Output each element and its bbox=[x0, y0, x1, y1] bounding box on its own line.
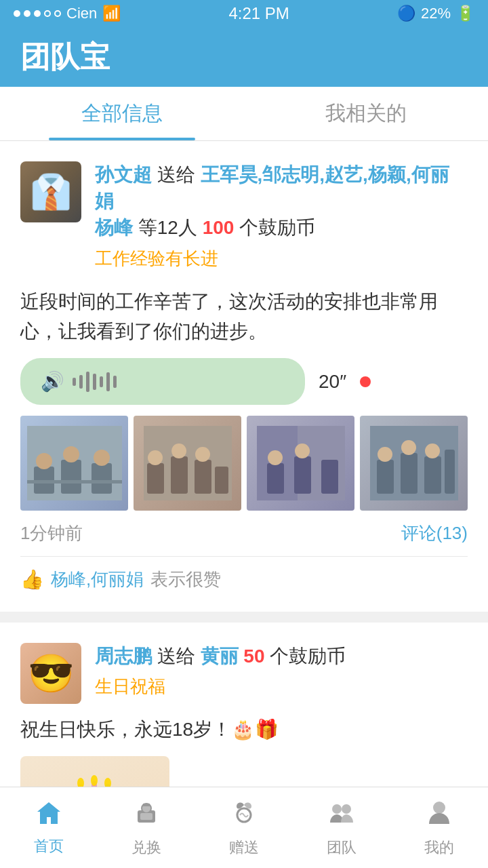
svg-point-28 bbox=[378, 447, 392, 462]
home-icon bbox=[35, 800, 63, 832]
content-area: 孙文超 送给 王军昊,邹志明,赵艺,杨颖,何丽娟 杨峰 等12人 100 个鼓励… bbox=[0, 141, 488, 868]
dot1 bbox=[14, 10, 20, 17]
svg-rect-27 bbox=[445, 450, 455, 494]
tab-all[interactable]: 全部信息 bbox=[0, 87, 244, 140]
svg-rect-53 bbox=[143, 804, 150, 806]
svg-point-13 bbox=[148, 450, 163, 465]
post-category-1: 工作经验有长进 bbox=[95, 247, 468, 271]
status-left: Cien 📶 bbox=[14, 5, 121, 22]
bluetooth-icon: 🔵 bbox=[397, 5, 415, 22]
likes-names-1[interactable]: 杨峰,何丽娟 bbox=[51, 568, 144, 591]
svg-rect-25 bbox=[401, 453, 418, 494]
meeting-img-2[interactable] bbox=[134, 416, 241, 511]
wave1 bbox=[73, 378, 76, 386]
dot5 bbox=[54, 10, 61, 17]
post-header-text-1: 孙文超 送给 王军昊,邹志明,赵艺,杨颖,何丽娟 杨峰 等12人 100 个鼓励… bbox=[95, 161, 468, 276]
svg-point-57 bbox=[342, 804, 351, 814]
count-text-1: 等12人 bbox=[138, 217, 203, 238]
svg-point-29 bbox=[401, 440, 416, 455]
recipient-2[interactable]: 黄丽 bbox=[201, 646, 239, 667]
post-likes-1: 👍 杨峰,何丽娟 表示很赞 bbox=[20, 568, 468, 591]
post-category-2: 生日祝福 bbox=[95, 675, 468, 698]
team-icon bbox=[327, 798, 356, 833]
post-sender-line-2: 周志鹏 送给 黄丽 50 个鼓励币 bbox=[95, 643, 468, 669]
wave7 bbox=[113, 376, 117, 388]
avatar-1[interactable] bbox=[20, 161, 81, 222]
coins-unit-1: 个鼓励币 bbox=[239, 217, 315, 238]
svg-rect-20 bbox=[321, 460, 338, 494]
coins-2: 50 bbox=[243, 646, 264, 667]
nav-give-label: 赠送 bbox=[229, 837, 259, 858]
svg-point-22 bbox=[295, 443, 310, 458]
voice-row-1: 🔊 20″ bbox=[20, 358, 468, 405]
meeting-img-3[interactable] bbox=[247, 416, 354, 511]
svg-point-30 bbox=[425, 443, 440, 458]
svg-rect-19 bbox=[294, 456, 311, 494]
svg-rect-54 bbox=[140, 813, 152, 820]
divider-1 bbox=[20, 556, 468, 557]
voice-bar-1[interactable]: 🔊 bbox=[20, 358, 305, 405]
post-body-1: 近段时间的工作辛苦了，这次活动的安排也非常用心，让我看到了你们的进步。 bbox=[20, 287, 468, 348]
bottom-nav: 首页 兑换 赠送 bbox=[0, 787, 488, 868]
svg-rect-9 bbox=[147, 463, 164, 494]
svg-point-21 bbox=[268, 450, 283, 465]
sender-name-2[interactable]: 周志鹏 bbox=[95, 646, 152, 667]
svg-point-56 bbox=[332, 804, 342, 814]
meeting-img-4[interactable] bbox=[360, 416, 468, 511]
action-text-2: 送给 bbox=[157, 646, 201, 667]
svg-rect-18 bbox=[267, 463, 284, 494]
svg-point-35 bbox=[91, 775, 98, 786]
wave5 bbox=[100, 376, 103, 387]
svg-point-6 bbox=[94, 450, 110, 466]
voice-duration-1: 20″ bbox=[319, 371, 346, 393]
app-header: 团队宝 bbox=[0, 27, 488, 87]
status-time: 4:21 PM bbox=[228, 4, 289, 23]
speaker-icon: 🔊 bbox=[41, 370, 64, 393]
nav-exchange[interactable]: 兑换 bbox=[98, 787, 195, 868]
images-grid-1 bbox=[20, 416, 468, 511]
svg-rect-10 bbox=[171, 456, 188, 494]
svg-rect-3 bbox=[92, 463, 112, 494]
recipients-extra-1: 杨峰 bbox=[95, 217, 133, 238]
tab-bar: 全部信息 我相关的 bbox=[0, 87, 488, 141]
meeting-img-1[interactable] bbox=[20, 416, 128, 511]
battery-label: 22% bbox=[421, 5, 451, 22]
svg-rect-24 bbox=[377, 460, 394, 494]
avatar-2[interactable] bbox=[20, 643, 81, 704]
exchange-icon bbox=[132, 798, 161, 833]
post-header-2: 周志鹏 送给 黄丽 50 个鼓励币 生日祝福 bbox=[20, 643, 468, 704]
nav-home-label: 首页 bbox=[34, 836, 64, 856]
wave2 bbox=[79, 375, 83, 389]
nav-exchange-label: 兑换 bbox=[131, 837, 161, 858]
battery-icon: 🔋 bbox=[456, 5, 474, 22]
thumb-icon-1: 👍 bbox=[20, 568, 44, 591]
app-title: 团队宝 bbox=[20, 37, 110, 77]
comments-link-1[interactable]: 评论(13) bbox=[401, 521, 468, 545]
likes-text-1: 表示很赞 bbox=[150, 568, 221, 591]
wave3 bbox=[86, 372, 89, 392]
post-body-2: 祝生日快乐，永远18岁！🎂🎁 bbox=[20, 715, 468, 745]
carrier-label: Cien bbox=[66, 5, 97, 22]
dot2 bbox=[24, 10, 30, 17]
post-header-1: 孙文超 送给 王军昊,邹志明,赵艺,杨颖,何丽娟 杨峰 等12人 100 个鼓励… bbox=[20, 161, 468, 276]
nav-home[interactable]: 首页 bbox=[0, 787, 98, 868]
signal-dots bbox=[14, 10, 61, 17]
svg-point-58 bbox=[433, 802, 445, 814]
nav-mine[interactable]: 我的 bbox=[390, 787, 488, 868]
post-card-1: 孙文超 送给 王军昊,邹志明,赵艺,杨颖,何丽娟 杨峰 等12人 100 个鼓励… bbox=[0, 141, 488, 612]
nav-team[interactable]: 团队 bbox=[293, 787, 390, 868]
nav-mine-label: 我的 bbox=[424, 837, 454, 858]
nav-team-label: 团队 bbox=[327, 837, 357, 858]
nav-give[interactable]: 赠送 bbox=[195, 787, 293, 868]
timestamp-1: 1分钟前 bbox=[20, 521, 83, 545]
svg-rect-7 bbox=[27, 480, 122, 484]
tab-mine[interactable]: 我相关的 bbox=[244, 87, 488, 140]
sender-name-1[interactable]: 孙文超 bbox=[95, 164, 152, 185]
svg-point-5 bbox=[63, 446, 79, 462]
voice-waves bbox=[73, 372, 117, 392]
wifi-icon: 📶 bbox=[102, 5, 121, 22]
svg-point-15 bbox=[195, 447, 210, 462]
dot4 bbox=[44, 10, 51, 17]
svg-rect-11 bbox=[195, 460, 211, 494]
svg-rect-12 bbox=[215, 467, 228, 494]
